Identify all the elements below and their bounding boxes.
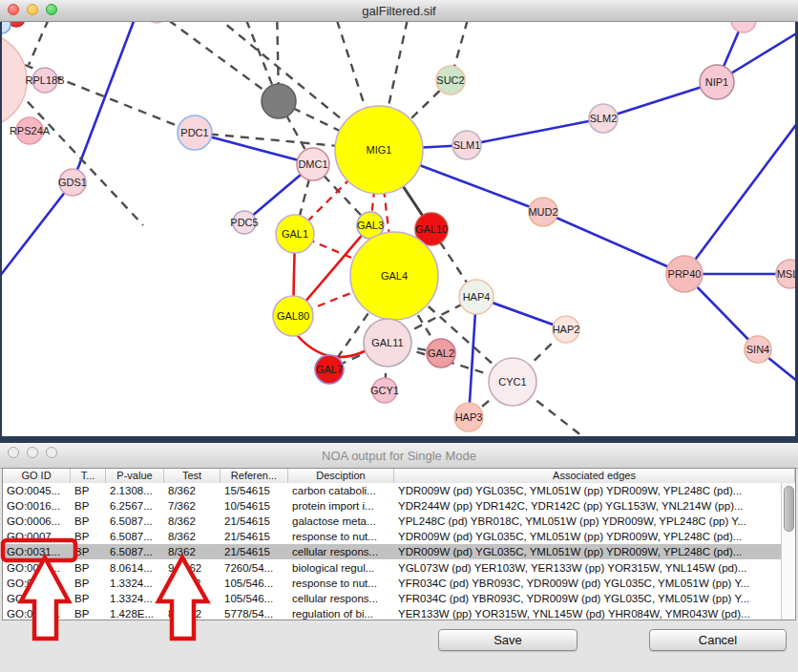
- table-row[interactable]: GO:0031...BP1.3324...11/362105/546...res…: [3, 576, 795, 591]
- node-label: HAP3: [455, 411, 483, 423]
- node-label: GAL11: [371, 337, 403, 348]
- table-row[interactable]: GO:0006...BP6.5087...8/36221/54615galact…: [3, 514, 795, 529]
- cell-reference: 5778/54...: [220, 608, 288, 620]
- table-row[interactable]: GO:0031...BP1.3324...11/362105/546...cel…: [3, 591, 795, 606]
- node-label: GAL3: [357, 220, 384, 231]
- node-label: RPS24A: [10, 125, 51, 136]
- cell-test: 94/362: [164, 562, 220, 574]
- table-row[interactable]: GO:0050...BP1.428E...80/3625778/54...reg…: [3, 606, 795, 620]
- node-label: GAL1: [282, 228, 308, 240]
- noa-output-window: NOA output for Single Mode GO IDT...P-va…: [0, 443, 798, 672]
- cell-p_value: 8.0614...: [106, 562, 164, 574]
- column-header-go_id[interactable]: GO ID: [3, 469, 71, 483]
- node-bigpink[interactable]: [0, 32, 27, 128]
- save-button[interactable]: Save: [438, 629, 578, 651]
- network-edge: [543, 212, 684, 274]
- cell-test: 8/362: [164, 485, 220, 496]
- cell-reference: 15/54615: [220, 485, 288, 496]
- node-label: SUC2: [436, 74, 464, 86]
- cell-description: galactose meta...: [288, 515, 394, 527]
- network-edge: [0, 182, 73, 276]
- cell-test: 11/362: [164, 578, 220, 589]
- column-header-description[interactable]: Desciption: [288, 469, 394, 483]
- canvas-border-bottom: [0, 436, 798, 443]
- network-edge: [469, 297, 476, 417]
- cell-type: BP: [71, 531, 106, 542]
- column-header-edges[interactable]: Associated edges: [394, 469, 795, 483]
- node-label: HAP4: [463, 291, 491, 303]
- cell-edges: YDR244W (pp) YDR142C, YDR142C (pp) YGL15…: [394, 500, 795, 512]
- cell-go_id: GO:0006...: [3, 515, 71, 527]
- cell-edges: YPL248C (pd) YBR018C, YML051W (pp) YDR00…: [394, 515, 795, 527]
- window-controls-inactive: [8, 447, 57, 458]
- table-header-row: GO IDT...P-valueTestReferen...Desciption…: [3, 469, 795, 484]
- network-edge: [73, 4, 140, 182]
- node-label: GDS1: [58, 177, 87, 188]
- cell-type: BP: [71, 500, 106, 512]
- close-button[interactable]: [8, 4, 19, 15]
- network-window-titlebar: galFiltered.sif: [0, 0, 798, 22]
- cell-edges: YFR034C (pd) YBR093C, YDR009W (pd) YGL03…: [394, 578, 795, 589]
- zoom-button[interactable]: [46, 447, 57, 458]
- network-edge: [467, 118, 603, 145]
- cell-reference: 21/54615: [220, 515, 288, 527]
- cell-reference: 7260/54...: [220, 562, 288, 574]
- cell-go_id: GO:0045...: [3, 485, 71, 496]
- cell-edges: YDR009W (pd) YGL035C, YML051W (pp) YDR00…: [394, 546, 795, 557]
- noa-footer: Save Cancel: [0, 620, 798, 672]
- column-header-type[interactable]: T...: [71, 469, 106, 483]
- cell-description: carbon cataboli...: [288, 485, 394, 496]
- results-table: GO IDT...P-valueTestReferen...Desciption…: [2, 468, 796, 620]
- node-label: GAL80: [277, 310, 309, 322]
- table-row[interactable]: GO:0016...BP6.2567...7/36210/54615protei…: [3, 498, 795, 514]
- column-header-reference[interactable]: Referen...: [220, 469, 288, 483]
- minimize-button[interactable]: [27, 447, 38, 458]
- table-row[interactable]: GO:0065...BP8.0614...94/3627260/54...bio…: [3, 559, 795, 575]
- table-row[interactable]: GO:0045...BP2.1308...8/36215/54615carbon…: [3, 483, 795, 498]
- node-label: GAL10: [415, 223, 448, 235]
- cell-description: regulation of bi...: [288, 608, 394, 620]
- node-label: DMC1: [298, 158, 327, 170]
- cell-type: BP: [71, 562, 106, 574]
- network-window-title: galFiltered.sif: [362, 4, 435, 18]
- network-canvas[interactable]: RPL18BRPS24AGDS1PDC1DMC1MIG1SLM1SUC2SLM2…: [0, 0, 798, 436]
- cell-go_id: GO:0031...: [3, 593, 71, 604]
- minimize-button[interactable]: [27, 4, 38, 15]
- cell-test: 80/362: [164, 608, 220, 620]
- cell-p_value: 2.1308...: [106, 485, 164, 496]
- network-edge: [17, 91, 143, 225]
- zoom-button[interactable]: [46, 4, 57, 15]
- cell-edges: YER133W (pp) YOR315W, YNL145W (pd) YHR08…: [394, 608, 795, 620]
- close-button[interactable]: [8, 447, 19, 458]
- node-graynode[interactable]: [262, 84, 296, 118]
- node-label: SIN4: [746, 344, 769, 355]
- cell-reference: 105/546...: [220, 593, 288, 604]
- noa-window-titlebar: NOA output for Single Mode: [0, 443, 798, 469]
- cell-p_value: 1.3324...: [106, 593, 164, 604]
- node-label: MUD2: [528, 206, 557, 218]
- node-label: RPL18B: [26, 74, 65, 86]
- column-header-p_value[interactable]: P-value: [106, 469, 164, 483]
- column-header-test[interactable]: Test: [164, 469, 220, 483]
- window-controls: [8, 4, 57, 15]
- cell-reference: 21/54615: [220, 531, 288, 542]
- screen: RPL18BRPS24AGDS1PDC1DMC1MIG1SLM1SUC2SLM2…: [0, 0, 798, 672]
- cell-reference: 105/546...: [220, 578, 288, 589]
- cell-edges: YFR034C (pd) YBR093C, YDR009W (pd) YGL03…: [394, 593, 795, 604]
- cell-p_value: 6.2567...: [106, 500, 164, 512]
- table-row[interactable]: GO:0031...BP6.5087...8/36221/54615cellul…: [3, 544, 795, 559]
- cancel-button[interactable]: Cancel: [649, 629, 787, 651]
- cell-type: BP: [71, 593, 106, 604]
- node-label: CYC1: [498, 376, 526, 388]
- cell-type: BP: [71, 578, 106, 589]
- vertical-scrollbar[interactable]: [781, 483, 795, 620]
- network-edge: [684, 122, 798, 274]
- cell-p_value: 1.428E...: [106, 608, 164, 620]
- cell-p_value: 1.3324...: [106, 578, 164, 589]
- scrollbar-thumb[interactable]: [784, 486, 794, 532]
- table-row[interactable]: GO:0007...BP6.5087...8/36221/54615respon…: [3, 529, 795, 544]
- table-body: GO:0045...BP2.1308...8/36215/54615carbon…: [3, 483, 795, 620]
- node-label: PDC1: [180, 127, 208, 138]
- node-label: SLM1: [453, 139, 481, 151]
- cell-go_id: GO:0031...: [3, 546, 71, 557]
